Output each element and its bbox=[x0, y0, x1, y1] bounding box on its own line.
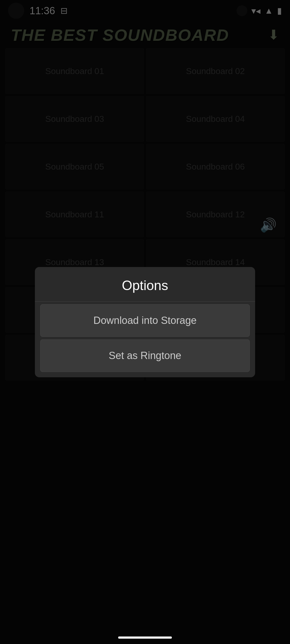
modal-title: Options bbox=[122, 278, 168, 293]
bottom-nav-indicator bbox=[118, 636, 172, 639]
modal-title-area: Options bbox=[35, 267, 255, 302]
options-modal: Options Download into Storage Set as Rin… bbox=[35, 267, 255, 377]
download-storage-button[interactable]: Download into Storage bbox=[40, 304, 250, 337]
set-ringtone-button[interactable]: Set as Ringtone bbox=[40, 339, 250, 372]
modal-overlay[interactable]: Options Download into Storage Set as Rin… bbox=[0, 0, 290, 644]
modal-options: Download into Storage Set as Ringtone bbox=[35, 302, 255, 377]
